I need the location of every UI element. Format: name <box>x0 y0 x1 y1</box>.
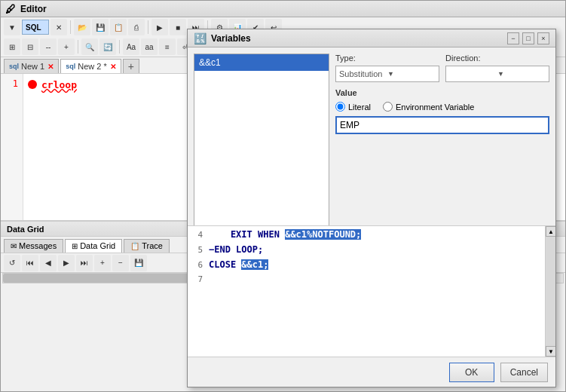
tab2-label: New 2 * <box>78 62 107 71</box>
dg-tab-trace-label: Trace <box>142 241 163 250</box>
dg-tab-datagrid-label: Data Grid <box>80 241 115 250</box>
value-input[interactable] <box>335 116 549 134</box>
uncomment-btn[interactable]: + <box>58 38 75 55</box>
dg-refresh-btn[interactable]: ↺ <box>4 255 20 271</box>
new-btn[interactable]: ▼ <box>4 19 20 35</box>
value-section: Value Literal Environment Variable <box>335 88 549 134</box>
save-all-btn[interactable]: 📋 <box>110 19 127 35</box>
linenum-5: 5 <box>188 245 209 255</box>
direction-label: Direction: <box>445 54 549 63</box>
replace-btn[interactable]: 🔄 <box>99 38 116 55</box>
dialog-title-icon: 🔣 <box>194 32 207 44</box>
add-tab-btn[interactable]: + <box>123 59 139 73</box>
literal-radio[interactable] <box>335 102 345 112</box>
code-text-1: crloop <box>41 79 77 90</box>
dg-tab-trace[interactable]: 📋 Trace <box>124 239 170 253</box>
type-value: Substitution <box>339 69 387 78</box>
ok-button[interactable]: OK <box>449 363 494 382</box>
dg-next-btn[interactable]: ▶ <box>58 255 75 271</box>
linenum-7: 7 <box>188 274 209 284</box>
dialog-code-area: 4 EXIT WHEN &&c1%NOTFOUND; 5 −END LOOP; … <box>188 225 555 357</box>
type-direction-row: Type: Substitution ▼ Direction: ▼ <box>335 54 549 82</box>
sep2 <box>148 20 148 34</box>
tab-new2[interactable]: sql New 2 * ✕ <box>60 59 121 73</box>
env-var-option[interactable]: Environment Variable <box>383 102 474 112</box>
dg-tab-messages-label: Messages <box>19 241 57 250</box>
code-line-7: 7 <box>188 274 555 289</box>
tab2-close[interactable]: ✕ <box>110 63 116 71</box>
scroll-up-btn[interactable]: ▲ <box>546 226 555 237</box>
editor-titlebar: 🖊 Editor <box>1 1 565 17</box>
dg-prev-btn[interactable]: ◀ <box>40 255 57 271</box>
value-label: Value <box>335 88 549 97</box>
indent-btn[interactable]: ⊞ <box>4 38 20 55</box>
linenum-6: 6 <box>188 260 209 270</box>
code-lines-container: 4 EXIT WHEN &&c1%NOTFOUND; 5 −END LOOP; … <box>188 226 555 292</box>
dialog-minimize-btn[interactable]: − <box>507 32 519 44</box>
literal-option[interactable]: Literal <box>335 102 371 112</box>
dg-first-btn[interactable]: ⏮ <box>22 255 38 271</box>
find-btn[interactable]: 🔍 <box>81 38 98 55</box>
linenum-4: 4 <box>188 230 209 240</box>
direction-arrow: ▼ <box>497 70 546 78</box>
print-btn[interactable]: ⎙ <box>128 19 145 35</box>
line-numbers: 1 <box>1 74 23 220</box>
dialog-title-left: 🔣 Variables <box>194 32 251 44</box>
cancel-button[interactable]: Cancel <box>500 363 548 382</box>
tab1-icon: sql <box>9 63 19 70</box>
type-label: Type: <box>335 54 439 63</box>
highlight-4: &&c1%NOTFOUND; <box>285 229 361 240</box>
env-var-radio[interactable] <box>383 102 393 112</box>
stop-btn[interactable]: ■ <box>170 19 186 35</box>
dg-tab-datagrid[interactable]: ⊞ Data Grid <box>65 239 122 253</box>
upper-btn[interactable]: Aa <box>123 38 139 55</box>
format-btn[interactable]: ≡ <box>159 38 176 55</box>
variables-dialog: 🔣 Variables − □ × &&c1 Type: Substitutio… <box>187 29 556 387</box>
highlight-6: &&c1; <box>241 259 268 270</box>
dialog-close-btn[interactable]: × <box>537 32 549 44</box>
close-file-btn[interactable]: ✕ <box>50 19 67 35</box>
sep5 <box>119 40 120 54</box>
lower-btn[interactable]: aa <box>141 38 158 55</box>
direction-select[interactable]: ▼ <box>445 66 549 82</box>
code-line-4: 4 EXIT WHEN &&c1%NOTFOUND; <box>188 229 555 244</box>
dialog-maximize-btn[interactable]: □ <box>522 32 534 44</box>
dialog-titlebar: 🔣 Variables − □ × <box>188 29 555 47</box>
scroll-track <box>546 237 555 346</box>
sep1 <box>70 20 71 34</box>
variable-item-c1[interactable]: &&c1 <box>194 54 329 71</box>
env-var-label: Environment Variable <box>396 103 474 112</box>
type-group: Type: Substitution ▼ <box>335 54 439 82</box>
dg-last-btn[interactable]: ⏭ <box>76 255 93 271</box>
messages-icon: ✉ <box>11 242 17 250</box>
save-btn[interactable]: 💾 <box>92 19 109 35</box>
direction-group: Direction: ▼ <box>445 54 549 82</box>
open-btn[interactable]: 📂 <box>74 19 90 35</box>
run-btn[interactable]: ▶ <box>151 19 168 35</box>
code-content-5: −END LOOP; <box>209 244 263 255</box>
tab1-label: New 1 <box>21 62 44 71</box>
radio-row: Literal Environment Variable <box>335 102 549 112</box>
scroll-down-btn[interactable]: ▼ <box>546 346 555 357</box>
type-select[interactable]: Substitution ▼ <box>335 66 439 82</box>
sep4 <box>78 40 78 54</box>
tab1-close[interactable]: ✕ <box>47 63 54 71</box>
dg-tab-messages[interactable]: ✉ Messages <box>4 239 63 253</box>
right-scrollbar: ▲ ▼ <box>545 226 555 357</box>
tab-new1[interactable]: sql New 1 ✕ <box>4 59 59 73</box>
comment-btn[interactable]: -- <box>40 38 57 55</box>
trace-icon: 📋 <box>130 242 139 250</box>
dialog-footer: OK Cancel <box>188 357 555 387</box>
dg-delete-btn[interactable]: − <box>112 255 129 271</box>
editor-title: Editor <box>20 4 47 14</box>
code-line-5: 5 −END LOOP; <box>188 244 555 259</box>
error-icon <box>28 80 37 89</box>
code-scroll-area: 4 EXIT WHEN &&c1%NOTFOUND; 5 −END LOOP; … <box>188 226 555 357</box>
dialog-title-text: Variables <box>211 33 251 44</box>
type-arrow: ▼ <box>387 70 436 78</box>
outdent-btn[interactable]: ⊟ <box>22 38 38 55</box>
dg-insert-btn[interactable]: + <box>94 255 111 271</box>
code-line-6: 6 CLOSE &&c1; <box>188 259 555 274</box>
dg-save-btn[interactable]: 💾 <box>130 255 147 271</box>
sql-dropdown[interactable]: SQL <box>22 20 49 35</box>
